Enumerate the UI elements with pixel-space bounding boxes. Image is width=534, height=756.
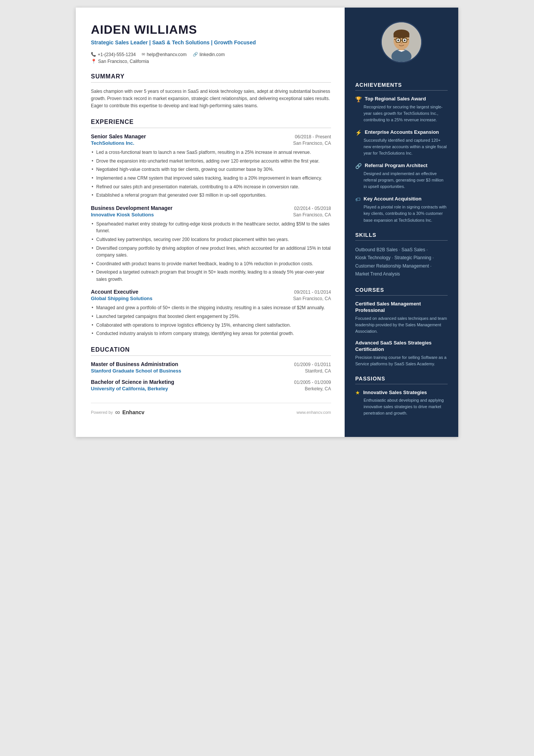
- edu-2: Bachelor of Science in Marketing 01/2005…: [91, 379, 331, 391]
- svg-point-15: [401, 42, 402, 44]
- achievement-3: 🔗 Referral Program Architect Designed an…: [355, 163, 448, 190]
- job-3-header: Account Executive 09/2011 - 01/2014: [91, 289, 331, 295]
- powered-by-label: Powered by: [91, 410, 113, 415]
- star-icon: ★: [355, 390, 360, 396]
- courses-section: COURSES Certified Sales Management Profe…: [345, 287, 458, 367]
- job-2-bullets: Spearheaded market entry strategy for cu…: [91, 221, 331, 283]
- list-item: Negotiated high-value contracts with top…: [91, 166, 331, 173]
- job-3-date: 09/2011 - 01/2014: [294, 290, 331, 295]
- job-2-location: San Francisco, CA: [293, 212, 331, 218]
- course-2-title: Advanced SaaS Sales Strategies Certifica…: [355, 340, 448, 353]
- passions-section: PASSIONS ★ Innovative Sales Strategies E…: [345, 376, 458, 416]
- skills-title: SKILLS: [355, 232, 448, 241]
- edu-1-date: 01/2009 - 01/2011: [294, 362, 331, 367]
- link-icon: 🔗: [355, 163, 362, 169]
- edu-1-header: Master of Business Administration 01/200…: [91, 361, 331, 367]
- list-item: Managed and grew a portfolio of 50+ clie…: [91, 304, 331, 311]
- location-icon: 📍: [91, 59, 97, 64]
- job-1-header: Senior Sales Manager 06/2018 - Present: [91, 133, 331, 139]
- phone-icon: 📞: [91, 52, 96, 57]
- email-address: help@enhancv.com: [147, 52, 186, 57]
- linkedin-item: 🔗 linkedin.com: [193, 52, 225, 57]
- list-item: Developed a targeted outreach program th…: [91, 269, 331, 283]
- job-1: Senior Sales Manager 06/2018 - Present T…: [91, 133, 331, 199]
- course-1-title: Certified Sales Management Professional: [355, 301, 448, 314]
- summary-text: Sales champion with over 5 years of succ…: [91, 88, 331, 110]
- job-2: Business Development Manager 02/2014 - 0…: [91, 205, 331, 283]
- course-2: Advanced SaaS Sales Strategies Certifica…: [355, 340, 448, 367]
- edu-2-degree: Bachelor of Science in Marketing: [91, 379, 174, 385]
- list-item: Collaborated with operations to improve …: [91, 322, 331, 329]
- list-item: Led a cross-functional team to launch a …: [91, 149, 331, 156]
- passion-1-desc: Enthusiastic about developing and applyi…: [355, 397, 448, 416]
- course-2-desc: Precision training course for selling So…: [355, 354, 448, 367]
- job-2-company: Innovative Kiosk Solutions: [91, 212, 154, 218]
- achievement-2: ⚡ Enterprise Accounts Expansion Successf…: [355, 129, 448, 157]
- edu-1-school-row: Stanford Graduate School of Business Sta…: [91, 368, 331, 374]
- list-item: Spearheaded market entry strategy for cu…: [91, 221, 331, 235]
- achievement-4-header: 🏷 Key Account Acquisition: [355, 196, 448, 202]
- edu-1-school: Stanford Graduate School of Business: [91, 368, 181, 374]
- lightning-icon: ⚡: [355, 130, 362, 136]
- list-item: Implemented a new CRM system that improv…: [91, 175, 331, 182]
- phone-item: 📞 +1-(234)-555-1234: [91, 52, 136, 57]
- achievement-4-desc: Played a pivotal role in signing contrac…: [355, 204, 448, 223]
- avatar: [381, 21, 422, 63]
- achievement-4: 🏷 Key Account Acquisition Played a pivot…: [355, 196, 448, 223]
- job-2-company-row: Innovative Kiosk Solutions San Francisco…: [91, 212, 331, 218]
- candidate-title: Strategic Sales Leader | SaaS & Tech Sol…: [91, 39, 331, 47]
- svg-rect-5: [393, 34, 409, 37]
- achievement-2-desc: Successfully identified and captured 120…: [355, 137, 448, 157]
- job-3-company-row: Global Shipping Solutions San Francisco,…: [91, 296, 331, 301]
- edu-2-location: Berkeley, CA: [305, 386, 331, 391]
- achievement-1-title: Top Regional Sales Award: [365, 96, 426, 102]
- job-3-location: San Francisco, CA: [293, 296, 331, 301]
- education-section: EDUCATION Master of Business Administrat…: [91, 346, 331, 391]
- list-item: Cultivated key partnerships, securing ov…: [91, 236, 331, 243]
- achievement-2-title: Enterprise Accounts Expansion: [365, 129, 439, 136]
- resume-container: AIDEN WILLIAMS Strategic Sales Leader | …: [76, 8, 458, 437]
- trophy-icon: 🏆: [355, 96, 362, 102]
- svg-point-9: [404, 39, 406, 41]
- edu-1: Master of Business Administration 01/200…: [91, 361, 331, 374]
- achievement-1: 🏆 Top Regional Sales Award Recognized fo…: [355, 96, 448, 123]
- list-item: Coordinated with product teams to provid…: [91, 260, 331, 268]
- enhancv-infinity-icon: ∞: [115, 409, 120, 416]
- edu-1-degree: Master of Business Administration: [91, 361, 178, 367]
- avatar-area: [345, 8, 458, 74]
- avatar-svg: [382, 22, 421, 62]
- edu-2-school: University of California, Berkeley: [91, 386, 168, 391]
- achievement-4-title: Key Account Acquisition: [364, 196, 422, 202]
- location-text: San Francisco, California: [98, 59, 149, 64]
- experience-title: EXPERIENCE: [91, 119, 331, 128]
- job-1-company: TechSolutions Inc.: [91, 140, 134, 146]
- job-3-company: Global Shipping Solutions: [91, 296, 153, 301]
- passion-1-title: Innovative Sales Strategies: [363, 390, 427, 395]
- achievement-1-header: 🏆 Top Regional Sales Award: [355, 96, 448, 102]
- achievement-3-header: 🔗 Referral Program Architect: [355, 163, 448, 169]
- list-item: Drove the expansion into uncharted marke…: [91, 158, 331, 165]
- location-row: 📍 San Francisco, California: [91, 59, 331, 64]
- passions-title: PASSIONS: [355, 376, 448, 384]
- job-1-location: San Francisco, CA: [293, 141, 331, 146]
- contact-info: 📞 +1-(234)-555-1234 ✉ help@enhancv.com 🔗…: [91, 52, 331, 57]
- courses-title: COURSES: [355, 287, 448, 296]
- right-column: ACHIEVEMENTS 🏆 Top Regional Sales Award …: [345, 8, 458, 437]
- phone-number: +1-(234)-555-1234: [98, 52, 136, 57]
- job-1-title: Senior Sales Manager: [91, 133, 146, 139]
- achievement-3-title: Referral Program Architect: [365, 163, 428, 169]
- email-item: ✉ help@enhancv.com: [142, 52, 186, 57]
- footer-url: www.enhancv.com: [297, 410, 331, 415]
- achievements-section: ACHIEVEMENTS 🏆 Top Regional Sales Award …: [345, 82, 458, 224]
- list-item: Conducted industry analysis to inform co…: [91, 330, 331, 337]
- linkedin-icon: 🔗: [193, 52, 198, 57]
- experience-section: EXPERIENCE Senior Sales Manager 06/2018 …: [91, 119, 331, 337]
- skills-section: SKILLS Outbound B2B Sales · SaaS Sales ·…: [345, 232, 458, 279]
- list-item: Diversified company portfolio by driving…: [91, 245, 331, 259]
- achievement-3-desc: Designed and implemented an effective re…: [355, 171, 448, 190]
- course-1: Certified Sales Management Professional …: [355, 301, 448, 335]
- skills-text: Outbound B2B Sales · SaaS Sales · Kiosk …: [355, 246, 448, 279]
- edu-1-location: Stanford, CA: [305, 368, 331, 374]
- job-1-company-row: TechSolutions Inc. San Francisco, CA: [91, 140, 331, 146]
- linkedin-url: linkedin.com: [200, 52, 225, 57]
